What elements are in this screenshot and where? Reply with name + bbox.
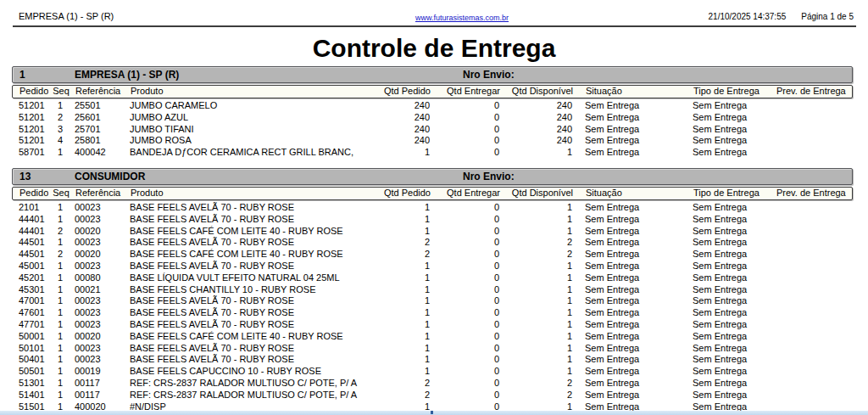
cell-qtd-entregar: 0 [430, 249, 503, 261]
table-header-row: PedidoSeqReferênciaProdutoQtd PedidoQtd … [12, 85, 853, 98]
cell-referencia: 00117 [73, 390, 127, 401]
cell-qtd-disponivel: 1 [503, 366, 574, 378]
table-row: 47601100023BASE FEELS AVELÃ 70 - RUBY RO… [12, 307, 853, 319]
website-link[interactable]: www.futurasistemas.com.br [415, 14, 509, 22]
cell-qtd-entregar: 0 [430, 331, 503, 343]
cell-referencia: 00023 [73, 354, 127, 366]
cell-seq: 1 [47, 354, 73, 366]
cell-qtd-disponivel: 1 [503, 147, 574, 159]
cell-prev-de-entrega [769, 295, 853, 307]
column-header-situacao: Situação [575, 86, 685, 98]
column-header-qtd-entregar: Qtd Entregar [431, 188, 504, 199]
cell-qtd-pedido: 2 [376, 249, 430, 261]
cell-seq: 1 [47, 343, 73, 355]
cell-tipo-de-entrega: Sem Entrega [684, 284, 769, 296]
cell-qtd-entregar: 0 [430, 307, 503, 319]
cell-situacao: Sem Entrega [574, 319, 684, 331]
cell-seq: 1 [47, 390, 73, 401]
cell-tipo-de-entrega: Sem Entrega [684, 272, 769, 284]
cell-pedido: 45201 [12, 272, 47, 284]
underlying-window-edge [0, 411, 868, 415]
cell-produto: BASE FEELS AVELÃ 70 - RUBY ROSE [127, 354, 376, 366]
cell-pedido: 50401 [12, 354, 47, 366]
table-row: 47001100023BASE FEELS AVELÃ 70 - RUBY RO… [12, 295, 853, 307]
column-header-pedido: Pedido [13, 188, 48, 199]
cell-referencia: 00020 [73, 249, 127, 261]
cell-pedido: 51401 [12, 390, 47, 401]
section-rows: 51201125501JUMBO CARAMELO2400240Sem Entr… [12, 100, 853, 159]
column-header-produto: Produto [128, 86, 376, 98]
cell-seq: 2 [47, 249, 73, 261]
cell-seq: 1 [47, 295, 73, 307]
cell-seq: 1 [47, 202, 73, 214]
cell-qtd-entregar: 0 [430, 343, 503, 355]
column-header-seq: Seq [48, 188, 74, 199]
table-row: 51201125501JUMBO CARAMELO2400240Sem Entr… [12, 100, 853, 112]
cell-qtd-pedido: 1 [376, 331, 430, 343]
cell-qtd-pedido: 1 [376, 284, 430, 296]
cell-qtd-pedido: 1 [376, 202, 430, 214]
cell-qtd-disponivel: 1 [503, 202, 574, 214]
column-header-qtd-disponivel: Qtd Disponível [504, 86, 575, 98]
cell-seq: 1 [47, 272, 73, 284]
cell-qtd-entregar: 0 [430, 272, 503, 284]
cell-situacao: Sem Entrega [574, 124, 684, 136]
cell-qtd-entregar: 0 [430, 295, 503, 307]
table-row: 50501100019BASE FEELS CAPUCCINO 10 - RUB… [12, 366, 853, 378]
cell-situacao: Sem Entrega [574, 100, 684, 112]
cell-produto: JUMBO CARAMELO [127, 100, 376, 112]
cell-produto: BASE FEELS CAFÉ COM LEITE 40 - RUBY ROSE [127, 226, 376, 238]
cell-pedido: 50101 [12, 343, 47, 355]
cell-qtd-pedido: 1 [376, 319, 430, 331]
cell-pedido: 44401 [12, 226, 47, 238]
cell-tipo-de-entrega: Sem Entrega [684, 261, 769, 272]
sections-container: 1 EMPRESA (1) - SP (R) Nro Envio: Pedido… [12, 66, 853, 415]
cell-seq: 1 [47, 331, 73, 343]
cell-tipo-de-entrega: Sem Entrega [684, 307, 769, 319]
cell-tipo-de-entrega: Sem Entrega [684, 331, 769, 343]
cell-prev-de-entrega [769, 261, 853, 272]
cell-seq: 1 [47, 100, 73, 112]
cell-qtd-pedido: 1 [376, 307, 430, 319]
cell-qtd-disponivel: 1 [503, 226, 574, 238]
cell-qtd-entregar: 0 [430, 390, 503, 401]
cell-situacao: Sem Entrega [574, 226, 684, 238]
cell-prev-de-entrega [769, 354, 853, 366]
cell-seq: 1 [47, 319, 73, 331]
cell-referencia: 00117 [73, 378, 127, 390]
cell-tipo-de-entrega: Sem Entrega [684, 214, 769, 226]
cell-produto: BASE FEELS CAPUCCINO 10 - RUBY ROSE [127, 366, 376, 378]
cell-prev-de-entrega [769, 214, 853, 226]
cell-referencia: 00023 [73, 237, 127, 249]
cell-pedido: 44501 [12, 237, 47, 249]
cell-qtd-entregar: 0 [430, 202, 503, 214]
report-page: { "report": { "company": "EMPRESA (1) - … [0, 0, 868, 415]
cell-tipo-de-entrega: Sem Entrega [684, 100, 769, 112]
cell-qtd-entregar: 0 [430, 378, 503, 390]
table-row: 45301100021BASE FEELS CHANTILLY 10 - RUB… [12, 284, 853, 296]
section-name: CONSUMIDOR [75, 169, 145, 184]
cell-referencia: 25801 [73, 135, 127, 147]
cell-produto: JUMBO TIFANI [127, 124, 376, 136]
cell-qtd-entregar: 0 [430, 112, 503, 124]
cell-referencia: 00020 [73, 226, 127, 238]
cell-situacao: Sem Entrega [574, 284, 684, 296]
column-header-tipo-de-entrega: Tipo de Entrega [685, 188, 770, 199]
cell-seq: 1 [47, 237, 73, 249]
cell-referencia: 00023 [73, 319, 127, 331]
cell-prev-de-entrega [769, 307, 853, 319]
cell-produto: BANDEJA DƒCOR CERAMICA RECT GRILL BRANC, [127, 147, 376, 159]
table-row: 51401100117REF: CRS-2837 RALADOR MULTIUS… [12, 390, 853, 401]
cell-qtd-pedido: 1 [376, 226, 430, 238]
cell-referencia: 00019 [73, 366, 127, 378]
column-header-qtd-disponivel: Qtd Disponível [504, 188, 575, 199]
cell-seq: 1 [47, 366, 73, 378]
table-row: 45201100080BASE LÍQUIDA VULT EFEITO NATU… [12, 272, 853, 284]
cell-situacao: Sem Entrega [574, 112, 684, 124]
cell-qtd-pedido: 2 [376, 378, 430, 390]
nro-envio-label: Nro Envio: [463, 169, 515, 184]
cell-pedido: 44401 [12, 214, 47, 226]
column-header-prev-de-entrega: Prev. de Entrega [770, 86, 854, 98]
cell-qtd-pedido: 2 [376, 237, 430, 249]
cell-qtd-pedido: 1 [376, 354, 430, 366]
